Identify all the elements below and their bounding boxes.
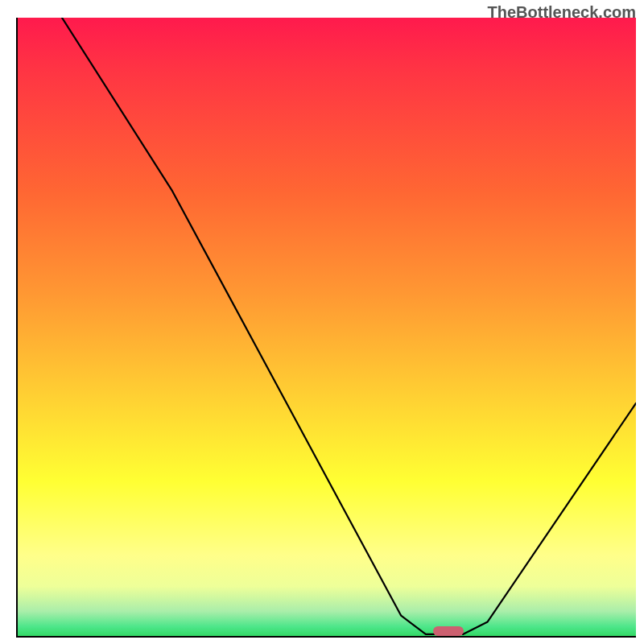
bottleneck-curve (18, 18, 636, 638)
optimal-marker (433, 626, 464, 636)
chart-plot-area (16, 18, 636, 638)
watermark-text: TheBottleneck.com (488, 3, 636, 22)
